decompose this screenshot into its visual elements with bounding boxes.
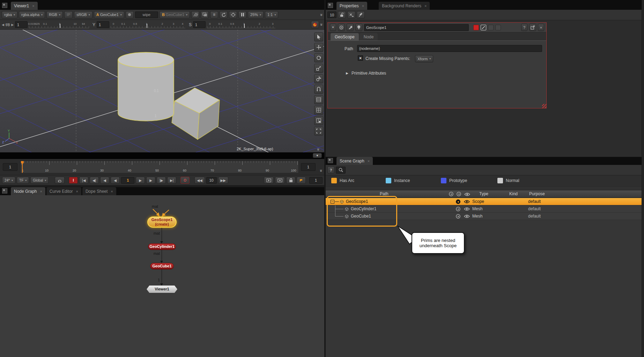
view-node-button[interactable] bbox=[338, 24, 345, 31]
transform-tool-button[interactable] bbox=[314, 74, 323, 83]
display-mode-dropdown[interactable]: RGB bbox=[46, 11, 63, 18]
gain-slider-handle[interactable] bbox=[60, 24, 60, 28]
close-icon[interactable]: × bbox=[368, 159, 370, 163]
pane-menu-icon[interactable] bbox=[328, 3, 333, 8]
path-input[interactable]: {nodename} bbox=[357, 45, 542, 52]
col-kind[interactable]: Kind bbox=[509, 191, 518, 196]
select-tool-button[interactable] bbox=[314, 32, 323, 41]
render-toggle-icon[interactable] bbox=[456, 207, 460, 211]
col-path[interactable]: Path bbox=[380, 191, 388, 196]
render-working-set-icon[interactable] bbox=[449, 192, 453, 196]
compare-dot-button[interactable] bbox=[126, 11, 134, 18]
tab-curve-editor[interactable]: Curve Editor× bbox=[46, 187, 81, 195]
prev-key-button[interactable]: ◀| bbox=[90, 177, 99, 184]
layers-button[interactable]: ≡ bbox=[210, 11, 218, 18]
rotate-tool-button[interactable] bbox=[314, 53, 323, 62]
translate-tool-button[interactable] bbox=[314, 43, 323, 52]
refresh-button[interactable] bbox=[220, 11, 228, 18]
create-missing-checkbox[interactable]: × bbox=[358, 55, 363, 61]
color-sample-button[interactable] bbox=[311, 21, 319, 28]
help-button[interactable]: ? bbox=[521, 24, 527, 31]
tab-scene-graph[interactable]: Scene Graph× bbox=[336, 157, 373, 165]
undo-depth-field[interactable]: 10 bbox=[327, 12, 336, 18]
overlay-button[interactable] bbox=[201, 11, 209, 18]
close-icon[interactable]: × bbox=[362, 4, 364, 8]
render-toggle-icon[interactable] bbox=[456, 199, 460, 204]
step-forward-button[interactable]: ▶ bbox=[146, 177, 155, 184]
pane-menu-icon[interactable] bbox=[2, 3, 7, 8]
node-viewer1[interactable]: Viewer1 bbox=[147, 286, 177, 293]
close-icon[interactable]: × bbox=[32, 4, 34, 8]
viewport-3d[interactable]: Y Z x 0.1 1 2K_Super_35(full-ap) » bbox=[0, 30, 325, 152]
lock-parameters-button[interactable] bbox=[338, 11, 346, 18]
bookmark-button[interactable] bbox=[297, 177, 306, 184]
col-purpose[interactable]: Purpose bbox=[529, 191, 545, 196]
layout-split-button[interactable] bbox=[314, 116, 323, 125]
update-mode-button[interactable] bbox=[229, 11, 237, 18]
clear-edits-button[interactable] bbox=[347, 11, 355, 18]
fstop-next-icon[interactable]: ▶ bbox=[11, 23, 14, 26]
dec-step-button[interactable]: ◀◀ bbox=[194, 177, 205, 184]
pane-menu-icon[interactable] bbox=[328, 158, 333, 163]
scenegraph-help-button[interactable]: ? bbox=[327, 166, 334, 174]
frame-step-field[interactable]: 10 bbox=[206, 177, 217, 184]
resize-grip-icon[interactable] bbox=[542, 104, 546, 108]
nodegraph-canvas[interactable]: mat GeoScope1 (create) mat GeoCylinder1 … bbox=[0, 195, 325, 357]
close-icon[interactable]: × bbox=[424, 4, 427, 8]
render-toggle-icon[interactable] bbox=[456, 214, 460, 219]
tab-background-renders[interactable]: Background Renders× bbox=[379, 2, 430, 10]
lock-button[interactable] bbox=[286, 177, 295, 184]
flag-slot-icon[interactable] bbox=[495, 25, 501, 30]
eye-icon[interactable] bbox=[464, 214, 470, 218]
gamma-slider-handle[interactable] bbox=[147, 24, 147, 28]
prim-attributes-section[interactable]: Primitive Attributes bbox=[351, 71, 386, 76]
play-button[interactable]: ▶ bbox=[136, 177, 145, 184]
tf-dropdown[interactable]: TF bbox=[17, 177, 29, 184]
viewport-more-chevron-icon[interactable]: » bbox=[316, 148, 321, 151]
node-geoscope1[interactable]: GeoScope1 (create) bbox=[147, 217, 177, 228]
tab-node[interactable]: Node bbox=[360, 33, 378, 40]
hints-button[interactable] bbox=[355, 24, 362, 31]
play-backward-button[interactable]: ◀ bbox=[111, 177, 120, 184]
gamma-input[interactable]: 1 bbox=[97, 21, 109, 28]
visibility-column-icon[interactable] bbox=[464, 192, 470, 196]
edited-flag-icon[interactable] bbox=[473, 25, 479, 30]
saturation-input[interactable]: 1 bbox=[193, 21, 206, 28]
inc-step-button[interactable]: ▶▶ bbox=[218, 177, 228, 184]
snap-tool-button[interactable] bbox=[314, 85, 323, 94]
gain-input[interactable]: 1 bbox=[15, 21, 28, 28]
eye-icon[interactable] bbox=[464, 207, 470, 211]
layout-rows-button[interactable] bbox=[314, 95, 323, 104]
timeline-in-field[interactable]: 1 bbox=[3, 163, 17, 171]
range-mode-dropdown[interactable]: Global bbox=[30, 177, 49, 184]
step-back-button[interactable]: ◀ bbox=[100, 177, 109, 184]
wrench-button[interactable] bbox=[347, 24, 354, 31]
close-parameters-button[interactable]: × bbox=[538, 24, 544, 31]
triangle-right-icon[interactable]: ▶ bbox=[346, 71, 348, 75]
alpha-channel-dropdown[interactable]: rgba.alpha bbox=[19, 11, 45, 18]
saturation-slider[interactable]: 0 0.1 0.5 1 2 3 bbox=[207, 21, 275, 28]
scenegraph-empty-area[interactable] bbox=[326, 220, 644, 357]
go-end-button[interactable]: ▶| bbox=[167, 177, 176, 184]
edit-flag-icon[interactable] bbox=[481, 25, 486, 30]
channel-dropdown[interactable]: rgba bbox=[2, 11, 17, 18]
scale-tool-button[interactable] bbox=[314, 64, 323, 73]
zoom-dropdown[interactable]: 25% bbox=[248, 11, 264, 18]
layout-grid-button[interactable] bbox=[314, 106, 323, 115]
eye-icon[interactable] bbox=[464, 200, 470, 204]
detach-pane-button[interactable] bbox=[529, 24, 536, 31]
wipe-mode-field[interactable]: wipe bbox=[135, 12, 158, 18]
display-button[interactable] bbox=[275, 177, 285, 184]
ip-button[interactable]: IP bbox=[64, 11, 73, 18]
edit-mode-button[interactable] bbox=[357, 11, 365, 18]
flag-slot-icon[interactable] bbox=[488, 25, 494, 30]
pause-button[interactable] bbox=[238, 11, 246, 18]
adjust-more-chevron-icon[interactable]: » bbox=[319, 23, 324, 26]
gamma-slider[interactable]: 0 0.1 0.5 1 2 3 4 bbox=[111, 21, 185, 28]
pane-menu-icon[interactable] bbox=[2, 188, 7, 193]
pixel-ratio-dropdown[interactable]: 1:1 bbox=[265, 11, 278, 18]
collapse-params-button[interactable]: ▼ bbox=[330, 24, 336, 31]
fps-dropdown[interactable]: 24* bbox=[2, 177, 15, 184]
search-input[interactable] bbox=[336, 167, 346, 174]
close-icon[interactable]: × bbox=[111, 189, 113, 193]
